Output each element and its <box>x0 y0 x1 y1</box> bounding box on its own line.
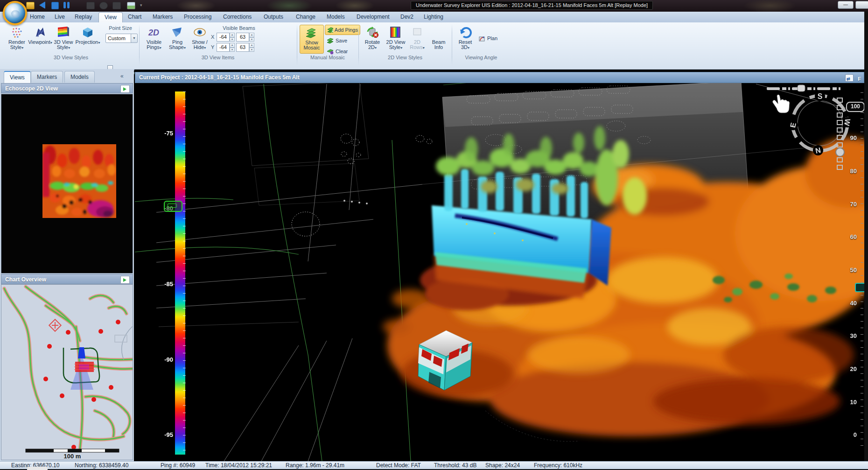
ruler-label: 80 <box>833 168 857 175</box>
plan-label: Plan <box>487 35 497 41</box>
dotted-points <box>343 200 368 204</box>
tab-corrections[interactable]: Corrections <box>217 12 257 22</box>
add-pings-label: Add Pings <box>335 27 358 33</box>
plan-button[interactable]: Plan <box>477 34 505 43</box>
hand-cursor <box>773 95 790 113</box>
beams-x-min-input[interactable]: -64 <box>217 33 230 42</box>
taskbar-chip <box>27 467 48 470</box>
popout-icon[interactable] <box>120 85 130 93</box>
tab-live[interactable]: Live <box>49 12 70 22</box>
tab-dev2[interactable]: Dev2 <box>395 12 419 22</box>
beams-y-label: Y <box>211 43 214 52</box>
save-label: Save <box>336 38 347 43</box>
beams-y-min-spinner[interactable]: ▲▼ <box>230 43 235 52</box>
save-mosaic-button[interactable]: Save <box>325 36 359 45</box>
tab-markers[interactable]: Markers <box>147 12 178 22</box>
range-ruler-marker[interactable] <box>855 283 864 292</box>
2d-rows-icon <box>412 26 423 39</box>
beams-y-max-input[interactable]: 63 <box>236 43 249 52</box>
render-style-button[interactable]: Render Style <box>5 25 29 54</box>
viewpoint-icon <box>34 26 46 39</box>
tab-outputs[interactable]: Outputs <box>258 12 289 22</box>
2d-rows-label: 2D Rows <box>407 40 427 50</box>
disabled-playback-icon <box>86 2 95 9</box>
popout-icon[interactable] <box>120 276 130 284</box>
visible-pings-button[interactable]: 2D Visible Pings <box>142 25 166 54</box>
echoscope-2d-view-panel[interactable] <box>1 94 133 274</box>
ribbon-separator <box>358 24 359 65</box>
open-folder-icon[interactable] <box>26 2 35 9</box>
stop-icon[interactable] <box>51 2 59 9</box>
tab-chart[interactable]: Chart <box>122 12 147 22</box>
chart-symbol <box>49 319 61 331</box>
fullscreen-icon[interactable] <box>845 74 854 82</box>
ribbon: Render Style Viewpoint 3D View Style Pro… <box>0 22 868 70</box>
sidebar-collapse-button[interactable]: « <box>120 73 124 79</box>
ribbon-separator <box>452 24 452 65</box>
tab-lighting[interactable]: Lighting <box>418 12 449 22</box>
rotate-2d-button[interactable]: Rotate 2D <box>360 25 385 54</box>
sidebar-tab-markers[interactable]: Markers <box>31 71 63 83</box>
3d-view-style-button[interactable]: 3D View Style <box>51 25 76 54</box>
eye-icon <box>193 26 206 39</box>
tab-view[interactable]: View <box>98 12 123 22</box>
tab-home[interactable]: Home <box>24 12 50 22</box>
mosaic-icon <box>305 26 318 39</box>
viewpoint-button[interactable]: Viewpoint <box>28 25 52 54</box>
sidebar-tab-views[interactable]: Views <box>4 71 31 83</box>
pause-icon[interactable] <box>63 2 66 8</box>
map-scale-label: 100 m <box>64 453 81 460</box>
ruler-label: 60 <box>833 233 857 240</box>
quick-access-dropdown-icon[interactable]: ▾ <box>140 3 142 7</box>
ping-shape-label: Ping Shape <box>165 40 189 50</box>
ruler-label: 10 <box>833 399 857 406</box>
projection-button[interactable]: Projection <box>76 25 100 54</box>
tab-change[interactable]: Change <box>290 12 321 22</box>
save-icon <box>327 37 334 44</box>
2d-view-style-icon <box>389 26 402 39</box>
beams-x-max-input[interactable]: 63 <box>236 33 249 42</box>
show-mosaic-button[interactable]: Show Mosaic <box>300 25 324 54</box>
add-pings-button[interactable]: Add Pings <box>325 25 360 35</box>
rotation-slider-horizontal[interactable] <box>767 85 840 91</box>
sidebar-tab-models[interactable]: Models <box>64 71 95 83</box>
tilt-slider-thumb[interactable] <box>836 148 844 156</box>
ping-shape-button[interactable]: Ping Shape <box>165 25 189 54</box>
show-hide-button[interactable]: Show / Hide <box>188 25 212 54</box>
group-label-3d-view-items: 3D View Items <box>140 54 296 61</box>
point-size-combo[interactable]: Custom <box>105 34 133 43</box>
2d-view-style-button[interactable]: 2D View Style <box>384 25 408 54</box>
colorbar-label: -75 <box>153 130 173 137</box>
range-ruler-thumb[interactable]: 100 <box>846 102 864 112</box>
svg-text:2D: 2D <box>148 28 159 37</box>
beams-x-min-spinner[interactable]: ▲▼ <box>230 33 235 42</box>
application-orb-button[interactable] <box>3 1 27 25</box>
group-label-2d-view-styles: 2D View Styles <box>359 54 451 61</box>
snapshot-icon[interactable] <box>127 2 135 9</box>
status-bar: Easting: 636670.10 Northing: 6338459.40 … <box>0 461 868 470</box>
3d-scene[interactable]: S E W N <box>135 83 864 461</box>
step-back-icon[interactable] <box>39 1 45 9</box>
pause-icon[interactable] <box>67 2 70 8</box>
disabled-stop-icon <box>112 2 121 9</box>
rotation-slider-thumb[interactable] <box>798 85 805 91</box>
beams-x-max-spinner[interactable]: ▲▼ <box>249 33 254 42</box>
colorbar-depth-marker[interactable] <box>164 201 182 212</box>
chart-overview-panel[interactable]: 100 m <box>1 284 133 460</box>
minimize-button[interactable]: — <box>838 1 854 9</box>
3d-viewport[interactable]: S E W N -75 -80 -85 -90 -95 1 <box>135 83 864 461</box>
projection-label: Projection <box>76 40 100 45</box>
maximize-button[interactable] <box>855 1 868 9</box>
clear-icon <box>327 48 334 55</box>
ruler-label: 0 <box>833 431 857 438</box>
beams-y-min-input[interactable]: -64 <box>217 43 230 52</box>
tab-development[interactable]: Development <box>351 12 395 22</box>
status-ping: Ping #: 60949 <box>161 462 195 469</box>
beams-y-max-spinner[interactable]: ▲▼ <box>249 43 254 52</box>
tab-processing[interactable]: Processing <box>178 12 217 22</box>
beam-info-button[interactable]: Beam Info <box>428 25 449 54</box>
tab-models[interactable]: Models <box>321 12 350 22</box>
tab-replay[interactable]: Replay <box>69 12 98 22</box>
reset-3d-button[interactable]: Reset 3D <box>455 25 476 54</box>
point-size-combo-arrow[interactable]: ▼ <box>131 34 138 43</box>
